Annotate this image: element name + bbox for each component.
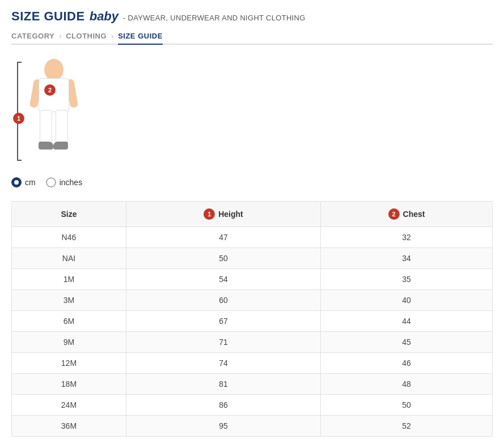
cell-size: 1M bbox=[12, 269, 126, 290]
table-row: 9M 71 45 bbox=[12, 332, 493, 353]
cell-chest: 40 bbox=[321, 290, 493, 311]
cell-chest: 32 bbox=[321, 227, 493, 248]
cell-chest: 46 bbox=[321, 353, 493, 374]
cell-chest: 34 bbox=[321, 248, 493, 269]
cell-size: 24M bbox=[12, 395, 126, 416]
cell-size: 9M bbox=[12, 332, 126, 353]
cell-height: 71 bbox=[126, 332, 320, 353]
cell-chest: 35 bbox=[321, 269, 493, 290]
cell-height: 54 bbox=[126, 269, 320, 290]
breadcrumb-sep-1: › bbox=[59, 32, 61, 40]
breadcrumb-category[interactable]: CATEGORY bbox=[11, 32, 54, 40]
height-badge: 1 bbox=[204, 208, 215, 220]
table-row: 1M 54 35 bbox=[12, 269, 493, 290]
bracket-bottom bbox=[17, 160, 22, 161]
cell-size: NAI bbox=[12, 248, 126, 269]
cell-chest: 48 bbox=[321, 374, 493, 395]
table-row: N46 47 32 bbox=[12, 227, 493, 248]
inches-label: inches bbox=[60, 178, 82, 187]
cell-height: 86 bbox=[126, 395, 320, 416]
table-row: 12M 74 46 bbox=[12, 353, 493, 374]
breadcrumb: CATEGORY › CLOTHING › SIZE GUIDE bbox=[11, 32, 493, 45]
baby-leg-right bbox=[56, 110, 68, 144]
table-row: 18M 81 48 bbox=[12, 374, 493, 395]
cell-size: 36M bbox=[12, 416, 126, 437]
table-row: 24M 86 50 bbox=[12, 395, 493, 416]
unit-toggle: cm inches bbox=[11, 177, 493, 187]
cell-chest: 50 bbox=[321, 395, 493, 416]
cell-height: 81 bbox=[126, 374, 320, 395]
baby-shoe-right bbox=[53, 142, 68, 150]
breadcrumb-clothing[interactable]: CLOTHING bbox=[66, 32, 107, 40]
cell-height: 50 bbox=[126, 248, 320, 269]
baby-image-wrapper: 1 2 bbox=[11, 56, 99, 169]
table-row: 6M 67 44 bbox=[12, 311, 493, 332]
bracket-top bbox=[17, 62, 22, 63]
bracket-line bbox=[17, 62, 18, 161]
cell-height: 95 bbox=[126, 416, 320, 437]
baby-body bbox=[28, 59, 79, 164]
title-sub: baby bbox=[90, 9, 118, 24]
baby-head bbox=[44, 59, 63, 80]
cell-chest: 44 bbox=[321, 311, 493, 332]
cell-height: 67 bbox=[126, 311, 320, 332]
col-header-height: 1 Height bbox=[126, 202, 320, 227]
breadcrumb-size-guide: SIZE GUIDE bbox=[118, 32, 163, 45]
table-row: NAI 50 34 bbox=[12, 248, 493, 269]
cell-size: 12M bbox=[12, 353, 126, 374]
breadcrumb-sep-2: › bbox=[111, 32, 113, 40]
cell-size: N46 bbox=[12, 227, 126, 248]
radio-cm[interactable] bbox=[11, 177, 22, 187]
title-desc: - DAYWEAR, UNDERWEAR AND NIGHT CLOTHING bbox=[123, 14, 306, 22]
cell-height: 60 bbox=[126, 290, 320, 311]
col-header-chest: 2 Chest bbox=[321, 202, 493, 227]
measurement-badge-2: 2 bbox=[44, 84, 56, 96]
table-header-row: Size 1 Height 2 Chest bbox=[12, 202, 493, 227]
cell-chest: 52 bbox=[321, 416, 493, 437]
cell-height: 47 bbox=[126, 227, 320, 248]
image-section: 1 2 bbox=[11, 56, 493, 169]
baby-shoe-left bbox=[39, 142, 53, 150]
cm-label: cm bbox=[25, 178, 36, 187]
table-row: 3M 60 40 bbox=[12, 290, 493, 311]
baby-torso bbox=[39, 78, 69, 112]
radio-inches[interactable] bbox=[46, 177, 56, 187]
page-title: SIZE GUIDE baby - DAYWEAR, UNDERWEAR AND… bbox=[11, 9, 493, 24]
baby-leg-left bbox=[40, 110, 52, 144]
cell-chest: 45 bbox=[321, 332, 493, 353]
title-main: SIZE GUIDE bbox=[11, 9, 85, 24]
chest-badge: 2 bbox=[388, 208, 400, 220]
unit-cm-option[interactable]: cm bbox=[11, 177, 36, 187]
cell-size: 18M bbox=[12, 374, 126, 395]
cell-size: 6M bbox=[12, 311, 126, 332]
table-row: 36M 95 52 bbox=[12, 416, 493, 437]
col-header-size: Size bbox=[12, 202, 126, 227]
cell-height: 74 bbox=[126, 353, 320, 374]
cell-size: 3M bbox=[12, 290, 126, 311]
size-table: Size 1 Height 2 Chest N46 47 bbox=[11, 201, 493, 437]
baby-figure bbox=[28, 59, 79, 164]
unit-inches-option[interactable]: inches bbox=[46, 177, 82, 187]
measurement-badge-1: 1 bbox=[13, 113, 24, 124]
radio-cm-inner bbox=[14, 180, 19, 185]
